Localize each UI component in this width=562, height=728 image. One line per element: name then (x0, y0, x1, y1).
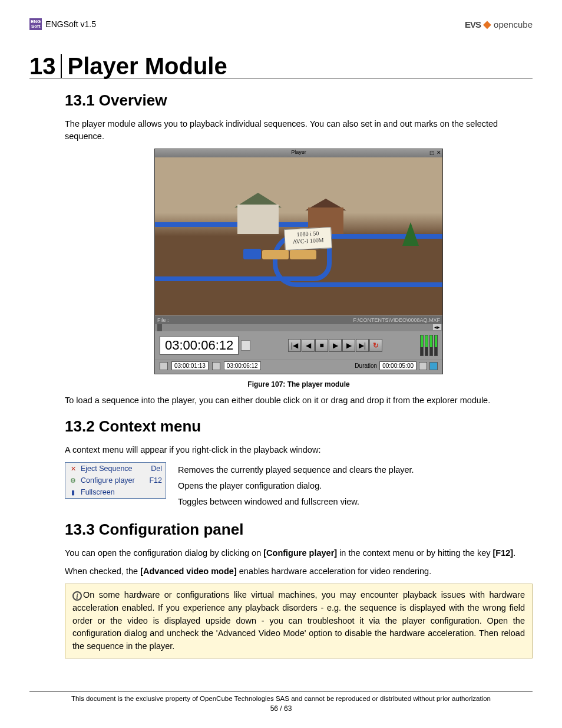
section-context-menu: 13.2 Context menu A context menu will ap… (65, 417, 533, 510)
product-logo-icon: ENG Soft (29, 18, 42, 30)
menu-label: Eject Sequence (81, 465, 147, 473)
figure-caption: Figure 107: The player module (65, 380, 533, 388)
mark-in-icon[interactable] (160, 362, 168, 370)
seek-arrows-icon[interactable]: ◂▸ (433, 324, 441, 330)
configure-icon: ⚙ (69, 476, 77, 485)
menu-item-eject[interactable]: ✕ Eject Sequence Del (65, 463, 166, 475)
loop-button[interactable]: ↻ (369, 339, 382, 352)
text: When checked, the (65, 566, 140, 576)
menu-item-fullscreen[interactable]: ▮ Fullscreen (65, 486, 166, 498)
window-buttons-icon: ◰ ✕ (429, 150, 441, 156)
in-out-bar: 03:00:01:13 03:00:06:12 Duration 00:00:0… (155, 360, 442, 374)
page-footer: This document is the exclusive property … (29, 691, 533, 713)
step-forward-button[interactable]: ▶ (342, 339, 355, 352)
meter-bar-icon (425, 335, 428, 356)
load-paragraph: To load a sequence into the player, you … (65, 394, 533, 407)
duration-value: 00:00:05:00 (379, 361, 416, 370)
current-timecode: 03:00:06:12 (160, 336, 239, 355)
info-icon: i (72, 591, 82, 601)
page-number: 56 / 63 (29, 704, 533, 713)
format-sign: 1080 i 50 AVC-I 100M (284, 227, 332, 251)
eject-icon: ✕ (69, 465, 77, 473)
logo-line2: Soft (31, 24, 41, 29)
goto-start-button[interactable]: |◀ (288, 339, 301, 352)
file-path: F:\CONTENTS\VIDEO\0008AQ.MXF (353, 317, 440, 323)
seek-bar[interactable]: ◂▸ (155, 324, 442, 331)
config-paragraph-1: You can open the configuration dialog by… (65, 547, 533, 559)
out-timecode: 03:00:06:12 (224, 361, 261, 370)
sign-line2: AVC-I 100M (287, 236, 330, 246)
menu-label: Configure player (81, 476, 146, 485)
in-timecode: 03:00:01:13 (171, 361, 209, 370)
section-config-panel: 13.3 Configuration panel You can open th… (65, 521, 533, 658)
context-menu-descriptions: Removes the currently played sequence an… (178, 462, 414, 510)
tree-icon (402, 222, 419, 246)
locomotive-icon (243, 249, 261, 259)
context-menu-screenshot: ✕ Eject Sequence Del ⚙ Configure player … (65, 462, 166, 499)
meter-bar-icon (420, 335, 424, 356)
opencube-logo: opencube (494, 19, 533, 29)
product-name: ENGSoft v1.5 (45, 19, 96, 29)
play-button[interactable]: ▶ (329, 339, 342, 352)
menu-shortcut: F12 (149, 476, 162, 485)
send-icon[interactable] (429, 362, 438, 370)
timecode-mode-icon[interactable] (241, 340, 250, 351)
text: enables hardware acceleration for video … (237, 566, 431, 576)
footer-text: This document is the exclusive property … (29, 695, 533, 702)
info-callout: iOn some hardware or configurations like… (65, 584, 533, 658)
chapter-title: Player Module (68, 54, 227, 78)
text: You can open the configuration dialog by… (65, 548, 263, 558)
menu-label: Fullscreen (81, 488, 158, 496)
export-icon[interactable] (419, 362, 427, 370)
bold-ref: [Advanced video mode] (140, 566, 237, 576)
audio-meters (420, 335, 438, 356)
header-left: ENG Soft ENGSoft v1.5 (29, 18, 96, 30)
duration-label: Duration (355, 363, 377, 369)
bold-ref: [F12] (492, 548, 513, 558)
chapter-number: 13 (29, 54, 62, 78)
overview-paragraph: The player module allows you to playback… (65, 118, 533, 143)
house-icon (237, 205, 279, 234)
stop-button[interactable]: ■ (315, 339, 328, 352)
player-titlebar: Player ◰ ✕ (155, 149, 442, 157)
meter-bar-icon (434, 335, 438, 356)
section-title: 13.2 Context menu (65, 417, 533, 436)
desc-configure: Opens the player configuration dialog. (178, 478, 414, 494)
section-overview: 13.1 Overview The player module allows y… (65, 91, 533, 407)
opencube-bullet-icon: ◆ (483, 18, 491, 31)
fullscreen-icon: ▮ (69, 488, 77, 496)
player-screenshot: Player ◰ ✕ 1080 i 50 AVC-I 100M (154, 149, 443, 374)
text: in the context menu or by hitting the ke… (337, 548, 492, 558)
file-label: File : (157, 317, 169, 323)
train-car-icon (262, 250, 289, 259)
evs-logo: EVS (465, 19, 481, 29)
mark-out-icon[interactable] (212, 362, 220, 370)
train-car-icon (290, 250, 316, 259)
goto-end-button[interactable]: ▶| (356, 339, 369, 352)
player-window-title: Player (291, 149, 306, 155)
info-text: On some hardware or configurations like … (72, 590, 525, 651)
step-back-button[interactable]: ◀ (302, 339, 315, 352)
text: . (513, 548, 515, 558)
menu-shortcut: Del (151, 465, 162, 473)
chapter-heading: 13 Player Module (29, 54, 533, 78)
meter-bar-icon (429, 335, 433, 356)
context-menu-row: ✕ Eject Sequence Del ⚙ Configure player … (65, 462, 533, 510)
player-figure: Player ◰ ✕ 1080 i 50 AVC-I 100M (65, 149, 533, 388)
video-viewport: 1080 i 50 AVC-I 100M (155, 157, 442, 315)
seek-handle-icon[interactable] (157, 324, 162, 331)
menu-item-configure[interactable]: ⚙ Configure player F12 (65, 475, 166, 486)
config-paragraph-2: When checked, the [Advanced video mode] … (65, 565, 533, 578)
train-icon (243, 249, 316, 259)
desc-eject: Removes the currently played sequence an… (178, 462, 414, 478)
section-title: 13.3 Configuration panel (65, 521, 533, 539)
file-path-bar: File : F:\CONTENTS\VIDEO\0008AQ.MXF (155, 315, 442, 324)
section-title: 13.1 Overview (65, 91, 533, 110)
bold-ref: [Configure player] (263, 548, 337, 558)
page-header: ENG Soft ENGSoft v1.5 EVS ◆ opencube (29, 18, 533, 31)
header-right: EVS ◆ opencube (465, 18, 533, 31)
transport-bar: 03:00:06:12 |◀ ◀ ■ ▶ ▶ ▶| ↻ (155, 331, 442, 360)
desc-fullscreen: Toggles between windowed and fullscreen … (178, 494, 414, 510)
transport-buttons: |◀ ◀ ■ ▶ ▶ ▶| ↻ (288, 339, 382, 352)
context-intro: A context menu will appear if you right-… (65, 444, 533, 456)
